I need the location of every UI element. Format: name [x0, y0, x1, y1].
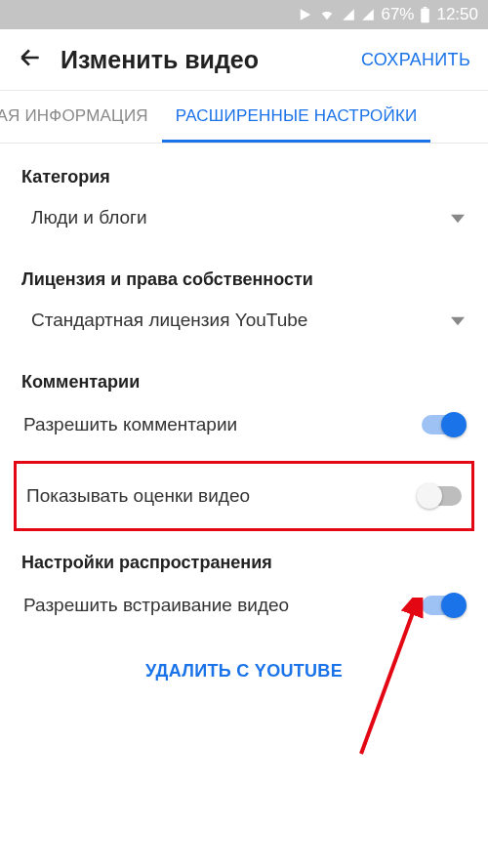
status-bar: 67% 12:50	[0, 0, 488, 29]
license-value: Стандартная лицензия YouTube	[31, 310, 307, 331]
tab-advanced-settings[interactable]: РАСШИРЕННЫЕ НАСТРОЙКИ	[162, 91, 431, 143]
page-title: Изменить видео	[61, 46, 344, 74]
chevron-down-icon	[451, 310, 465, 331]
tab-basic-info[interactable]: НАЯ ИНФОРМАЦИЯ	[0, 91, 162, 143]
show-ratings-toggle[interactable]	[419, 486, 462, 506]
allow-embed-toggle[interactable]	[422, 596, 465, 615]
battery-icon	[420, 7, 430, 23]
delete-button[interactable]: УДАЛИТЬ С YOUTUBE	[21, 661, 467, 705]
battery-percent: 67%	[381, 5, 414, 24]
svg-rect-1	[424, 7, 427, 9]
category-label: Категория	[21, 167, 467, 187]
show-ratings-row: Показывать оценки видео	[24, 477, 464, 515]
allow-comments-label: Разрешить комментарии	[23, 414, 237, 435]
app-header: Изменить видео СОХРАНИТЬ	[0, 29, 488, 91]
category-value: Люди и блоги	[31, 207, 147, 228]
license-select[interactable]: Стандартная лицензия YouTube	[21, 304, 467, 339]
distribution-label: Настройки распространения	[21, 553, 467, 573]
license-label: Лицензия и права собственности	[21, 269, 467, 290]
wifi-icon	[318, 8, 336, 21]
chevron-down-icon	[451, 207, 465, 228]
content-area: Категория Люди и блоги Лицензия и права …	[0, 144, 488, 705]
signal-icon-1	[342, 8, 355, 21]
comments-label: Комментарии	[21, 372, 467, 393]
category-select[interactable]: Люди и блоги	[21, 201, 467, 236]
allow-comments-toggle[interactable]	[422, 415, 465, 434]
allow-comments-row: Разрешить комментарии	[21, 406, 467, 443]
save-button[interactable]: СОХРАНИТЬ	[361, 50, 470, 70]
allow-embed-label: Разрешить встраивание видео	[23, 595, 289, 616]
back-arrow-icon[interactable]	[18, 45, 43, 74]
allow-embed-row: Разрешить встраивание видео	[21, 587, 467, 624]
show-ratings-label: Показывать оценки видео	[26, 485, 250, 507]
signal-icon-2	[361, 8, 375, 21]
tabs: НАЯ ИНФОРМАЦИЯ РАСШИРЕННЫЕ НАСТРОЙКИ	[0, 91, 488, 144]
svg-rect-0	[422, 8, 430, 21]
play-store-icon	[299, 8, 312, 21]
highlight-annotation: Показывать оценки видео	[14, 461, 474, 531]
clock: 12:50	[436, 5, 478, 24]
status-icons: 67% 12:50	[299, 5, 478, 24]
